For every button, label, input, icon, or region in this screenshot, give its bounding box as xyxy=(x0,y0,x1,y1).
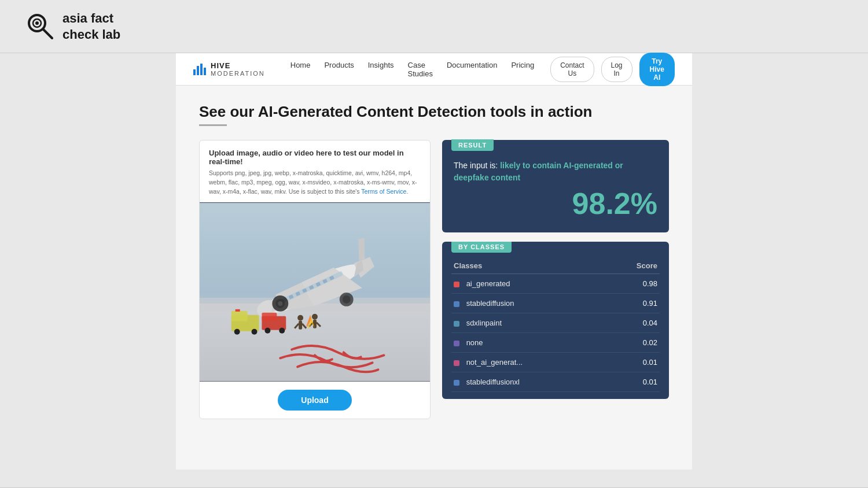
class-name: not_ai_generat... xyxy=(466,358,523,367)
class-name-cell: not_ai_generat... xyxy=(451,353,606,372)
table-row: stablediffusion 0.91 xyxy=(451,294,660,313)
afcl-logo-text: asia fact check lab xyxy=(62,10,120,42)
nav-insights[interactable]: Insights xyxy=(368,61,394,78)
title-underline xyxy=(199,124,227,126)
upload-button[interactable]: Upload xyxy=(278,390,351,411)
table-row: not_ai_generat... 0.01 xyxy=(451,353,660,372)
table-row: ai_generated 0.98 xyxy=(451,274,660,294)
class-name-cell: sdxlinpaint xyxy=(451,313,606,333)
svg-point-25 xyxy=(278,301,282,306)
class-color-dot xyxy=(454,282,459,287)
airplane-scene-svg xyxy=(200,202,430,382)
hive-brand-name: HIVE xyxy=(211,61,265,70)
hive-brand-sub: MODERATION xyxy=(211,70,265,77)
class-name: sdxlinpaint xyxy=(466,319,502,327)
demo-area: Upload image, audio or video here to tes… xyxy=(199,140,669,419)
class-name: stablediffusionxl xyxy=(466,378,520,386)
result-badge: RESULT xyxy=(451,139,494,151)
upload-info: Upload image, audio or video here to tes… xyxy=(200,141,430,202)
svg-rect-32 xyxy=(236,309,240,312)
class-color-dot xyxy=(454,301,459,307)
login-button[interactable]: Log In xyxy=(601,57,632,82)
afcl-logo: asia fact check lab xyxy=(25,10,120,42)
svg-point-27 xyxy=(343,295,351,304)
class-name-cell: stablediffusion xyxy=(451,294,606,313)
class-score-cell: 0.04 xyxy=(606,313,660,333)
svg-point-31 xyxy=(252,329,258,335)
class-name: stablediffusion xyxy=(466,299,514,308)
svg-point-35 xyxy=(264,328,270,334)
table-row: none 0.02 xyxy=(451,333,660,353)
afcl-logo-icon xyxy=(25,12,56,42)
class-name: ai_generated xyxy=(466,279,510,288)
nav-case-studies[interactable]: Case Studies xyxy=(408,61,433,78)
upload-desc: Supports png, jpeg, jpg, webp, x-matrosk… xyxy=(209,169,421,196)
airplane-image xyxy=(200,202,430,382)
top-bar: asia fact check lab xyxy=(0,0,868,53)
upload-title: Upload image, audio or video here to tes… xyxy=(209,149,421,166)
result-card: RESULT The input is: likely to contain A… xyxy=(442,140,669,232)
svg-rect-38 xyxy=(299,321,302,330)
classes-badge: BY CLASSES xyxy=(451,242,512,253)
class-score-cell: 0.01 xyxy=(606,372,660,392)
nav-home[interactable]: Home xyxy=(290,61,311,78)
svg-point-36 xyxy=(279,328,285,334)
svg-point-30 xyxy=(234,329,240,335)
terms-link[interactable]: Terms of Service xyxy=(361,188,406,195)
col-header-classes: Classes xyxy=(451,258,606,274)
svg-line-1 xyxy=(43,29,52,38)
hive-logo: HIVE MODERATION xyxy=(193,61,265,77)
nav-actions: Contact Us Log In Try Hive AI xyxy=(550,53,675,86)
classes-table-wrap[interactable]: Classes Score ai_generated 0.98 stabledi… xyxy=(442,258,669,399)
class-color-dot xyxy=(454,341,459,346)
class-color-dot xyxy=(454,360,459,366)
class-name-cell: stablediffusionxl xyxy=(451,372,606,392)
result-percentage: 98.2% xyxy=(454,186,657,221)
svg-point-37 xyxy=(297,315,303,321)
class-name: none xyxy=(466,338,483,347)
classes-table: Classes Score ai_generated 0.98 stabledi… xyxy=(451,258,660,392)
class-score-cell: 0.02 xyxy=(606,333,660,353)
nav-documentation[interactable]: Documentation xyxy=(447,61,497,78)
nav-pricing[interactable]: Pricing xyxy=(511,61,534,78)
class-score-cell: 0.91 xyxy=(606,294,660,313)
class-score-cell: 0.98 xyxy=(606,274,660,294)
col-header-score: Score xyxy=(606,258,660,274)
class-name-cell: none xyxy=(451,333,606,353)
svg-rect-34 xyxy=(262,313,277,321)
nav-products[interactable]: Products xyxy=(324,61,354,78)
class-color-dot xyxy=(454,321,459,327)
svg-rect-29 xyxy=(231,311,248,321)
page-title: See our AI-Generated Content Detection t… xyxy=(199,103,669,121)
class-score-cell: 0.01 xyxy=(606,353,660,372)
class-color-dot xyxy=(454,380,459,386)
table-row: sdxlinpaint 0.04 xyxy=(451,313,660,333)
class-name-cell: ai_generated xyxy=(451,274,606,294)
svg-rect-42 xyxy=(313,320,317,328)
svg-point-3 xyxy=(35,21,39,25)
nav-links: Home Products Insights Case Studies Docu… xyxy=(290,61,534,78)
hive-nav: HIVE MODERATION Home Products Insights C… xyxy=(176,53,692,86)
table-row: stablediffusionxl 0.01 xyxy=(451,372,660,392)
try-hive-ai-button[interactable]: Try Hive AI xyxy=(639,53,675,86)
hive-logo-bars-icon xyxy=(193,64,206,75)
svg-point-41 xyxy=(312,314,318,320)
result-text: The input is: likely to contain AI-gener… xyxy=(454,160,657,184)
contact-us-button[interactable]: Contact Us xyxy=(550,57,594,82)
classes-card: BY CLASSES Classes Score ai_ xyxy=(442,242,669,399)
upload-panel: Upload image, audio or video here to tes… xyxy=(199,140,431,419)
result-panels: RESULT The input is: likely to contain A… xyxy=(442,140,669,399)
page-body: See our AI-Generated Content Detection t… xyxy=(176,86,692,437)
main-content: HIVE MODERATION Home Products Insights C… xyxy=(176,53,692,469)
upload-btn-area: Upload xyxy=(200,382,430,419)
